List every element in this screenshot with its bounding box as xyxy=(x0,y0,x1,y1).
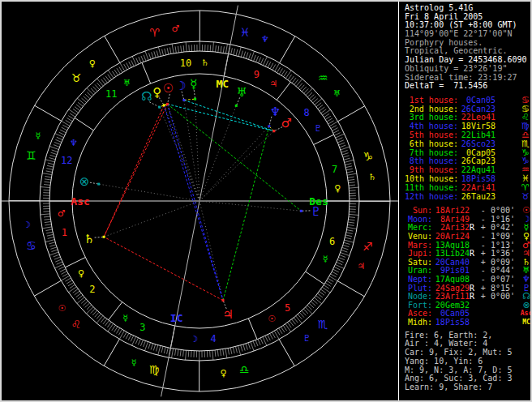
degree-tick xyxy=(243,52,245,58)
degree-tick xyxy=(107,323,111,327)
planet-velocity: - 0°07' xyxy=(476,275,515,284)
degree-tick xyxy=(44,182,50,182)
house-cusp xyxy=(142,62,151,83)
sign-libra-icon: ♎ xyxy=(239,363,250,376)
degree-tick xyxy=(255,340,258,346)
sign-boundary xyxy=(35,105,62,121)
sign-virgo-icon: ♍ xyxy=(149,363,160,376)
radial-pluto xyxy=(200,201,301,211)
degree-tick xyxy=(238,346,241,356)
degree-tick xyxy=(144,342,148,351)
stats-line-3: Yang: 10, Yin: 6 xyxy=(405,357,532,366)
degree-tick xyxy=(85,94,90,98)
degree-tick xyxy=(349,182,355,183)
element-stats: Fire: 6, Earth: 2,Air : 4, Water: 4Car: … xyxy=(405,331,532,392)
degree-tick xyxy=(332,272,337,275)
degree-tick xyxy=(97,316,103,323)
degree-tick xyxy=(285,71,291,79)
degree-tick xyxy=(183,350,184,357)
house-label: 8th house: xyxy=(405,156,458,165)
degree-tick xyxy=(87,305,92,310)
degree-tick xyxy=(158,47,161,57)
degree-tick xyxy=(337,262,342,264)
planet-row-satu: Satu:20Can40+ 0°09'♄ xyxy=(405,258,532,267)
planet-velocity: + 8°15' xyxy=(476,284,515,293)
sign-aries-icon: ♈ xyxy=(149,26,160,39)
degree-tick xyxy=(292,78,296,83)
degree-tick xyxy=(340,145,345,148)
degree-tick xyxy=(66,118,72,121)
degree-tick xyxy=(231,48,233,54)
degree-tick xyxy=(349,185,355,186)
degree-tick xyxy=(340,255,345,258)
house-cusp-value: 0Cap05 xyxy=(458,148,496,157)
degree-tick xyxy=(47,234,54,236)
degree-tick xyxy=(277,67,281,73)
dot-fortune xyxy=(97,183,100,186)
house-number-4: 4 xyxy=(210,333,216,344)
degree-tick xyxy=(347,227,357,229)
house-label: 9th house: xyxy=(405,165,458,174)
house-cusp-value: 0Can05 xyxy=(458,96,496,105)
house-cusp-value: 26Cap23 xyxy=(458,156,496,165)
planet-icon: MC xyxy=(517,319,532,326)
degree-tick xyxy=(309,95,314,99)
degree-tick xyxy=(265,336,268,341)
degree-tick xyxy=(58,267,64,269)
house-label: 10th house: xyxy=(405,174,458,183)
sign-boundary xyxy=(280,36,295,63)
degree-tick xyxy=(303,309,308,314)
degree-tick xyxy=(148,343,151,349)
degree-tick xyxy=(108,75,112,79)
degree-tick xyxy=(333,130,339,134)
degree-tick xyxy=(328,279,333,282)
degree-tick xyxy=(233,347,234,353)
degree-tick xyxy=(51,152,58,154)
dot-mercury xyxy=(194,98,196,100)
wheel-planet-saturn-icon: ♄ xyxy=(84,232,94,246)
dot-sun xyxy=(166,103,169,105)
degree-tick xyxy=(117,68,120,74)
stats-line-6: Learn: 9, Share: 7 xyxy=(405,383,532,392)
sign-boundary xyxy=(337,281,364,297)
house-label: 7th house: xyxy=(405,148,458,157)
degree-tick xyxy=(253,341,255,347)
angle-label-asc: Asc xyxy=(71,195,89,207)
degree-tick xyxy=(112,71,115,77)
radial-sun xyxy=(167,104,200,201)
degree-tick xyxy=(75,107,79,111)
degree-tick xyxy=(73,109,78,113)
sign-ruler-aquarius-icon: ♅ xyxy=(333,88,341,99)
degree-tick xyxy=(246,53,247,59)
house-row-4: 4th house:18Vir58♍ xyxy=(405,122,532,130)
sign-ruler-pisces-icon: ♆ xyxy=(261,34,269,45)
house-number-11: 11 xyxy=(105,88,117,100)
degree-tick xyxy=(62,127,67,130)
degree-tick xyxy=(59,132,65,135)
dot-uranus xyxy=(235,105,238,107)
degree-tick xyxy=(349,214,358,215)
degree-tick xyxy=(275,63,280,71)
planet-row-fort: Fort:20Gem32⊗ xyxy=(405,301,532,310)
wheel-planet-neptune-icon: ♆ xyxy=(270,105,281,119)
degree-tick xyxy=(302,87,306,92)
planet-row-jupi: Jupi:13Lib24R+ 1°36'♃ xyxy=(405,249,532,258)
aspect-opposition-venus-jupiter xyxy=(164,105,223,301)
degree-tick xyxy=(347,173,357,175)
degree-tick xyxy=(315,297,322,304)
degree-tick xyxy=(45,240,55,242)
degree-tick xyxy=(268,335,271,340)
degree-tick xyxy=(55,139,61,142)
degree-tick xyxy=(144,55,146,61)
sign-scorpio-icon: ♏ xyxy=(318,318,328,331)
degree-tick xyxy=(345,240,354,242)
degree-tick xyxy=(81,299,86,303)
degree-tick xyxy=(183,45,184,52)
retrograde-flag: R xyxy=(470,292,476,301)
degree-tick xyxy=(61,276,69,280)
degree-tick xyxy=(85,303,90,307)
planet-position-value: 13Aqu18 xyxy=(432,241,470,250)
degree-tick xyxy=(167,348,169,354)
degree-tick xyxy=(78,102,83,106)
degree-tick xyxy=(148,53,151,59)
